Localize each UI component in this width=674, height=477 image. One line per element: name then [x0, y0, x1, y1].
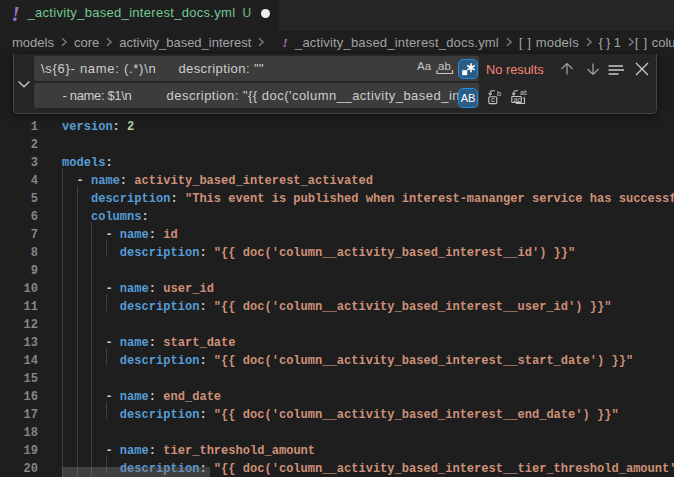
- svg-text:c: c: [491, 95, 495, 104]
- svg-text:ab: ab: [520, 89, 527, 96]
- svg-text:b: b: [497, 89, 501, 98]
- svg-text:ac: ac: [513, 95, 521, 102]
